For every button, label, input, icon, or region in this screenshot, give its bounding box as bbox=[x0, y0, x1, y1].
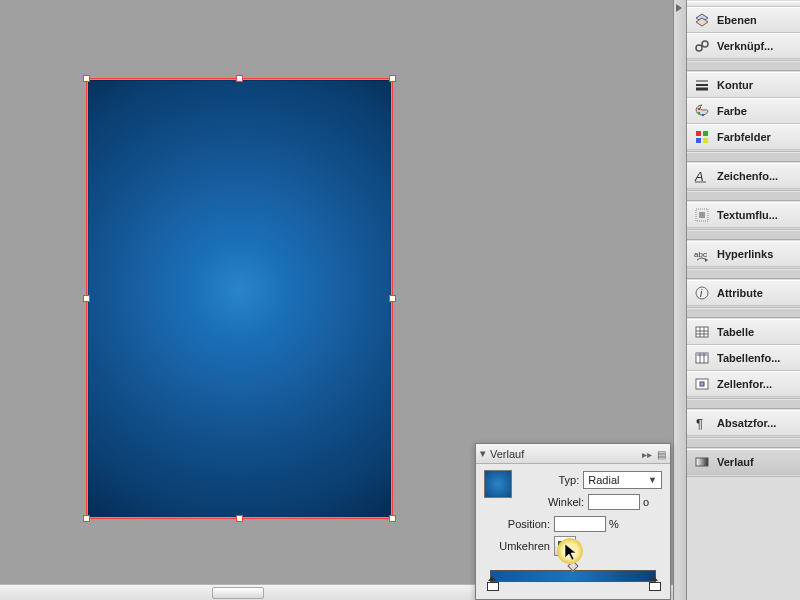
table-icon bbox=[693, 323, 711, 341]
cellfmt-icon bbox=[693, 375, 711, 393]
tablefmt-icon bbox=[693, 349, 711, 367]
panel-item-tabelle[interactable]: Tabelle bbox=[687, 319, 800, 345]
svg-rect-20 bbox=[696, 327, 708, 337]
svg-rect-10 bbox=[703, 131, 708, 136]
position-unit: % bbox=[609, 518, 619, 530]
stroke-icon bbox=[693, 76, 711, 94]
gradient-type-value: Radial bbox=[588, 474, 619, 486]
gradient-midpoint[interactable] bbox=[567, 560, 578, 571]
reverse-label: Umkehren bbox=[484, 540, 554, 552]
svg-rect-9 bbox=[696, 131, 701, 136]
gradient-panel-title: Verlauf bbox=[490, 448, 524, 460]
panel-item-label: Farbfelder bbox=[717, 131, 796, 143]
svg-rect-11 bbox=[696, 138, 701, 143]
panel-item-tabellenfo[interactable]: Tabellenfo... bbox=[687, 345, 800, 371]
char-icon: A bbox=[693, 167, 711, 185]
gradient-panel: ▾ Verlauf ▸▸ ▤ Typ: Radial ▼ Winkel: o P… bbox=[475, 443, 671, 600]
panel-item-label: Tabelle bbox=[717, 326, 796, 338]
svg-line-2 bbox=[701, 45, 703, 46]
links-icon bbox=[693, 37, 711, 55]
panel-item-zeichenfo[interactable]: AZeichenfo... bbox=[687, 163, 800, 189]
para-icon: ¶ bbox=[693, 414, 711, 432]
angle-label: Winkel: bbox=[518, 496, 588, 508]
panel-item-label: Hyperlinks bbox=[717, 248, 796, 260]
panel-item-zellenfor[interactable]: Zellenfor... bbox=[687, 371, 800, 397]
artboard-selected-rectangle[interactable] bbox=[88, 80, 391, 517]
dock-collapse-toggle[interactable] bbox=[673, 0, 687, 600]
panel-item-kontur[interactable]: Kontur bbox=[687, 72, 800, 98]
gradient-icon bbox=[693, 453, 711, 471]
svg-rect-16 bbox=[699, 212, 705, 218]
angle-input[interactable] bbox=[588, 494, 640, 510]
svg-rect-30 bbox=[700, 382, 704, 386]
position-label: Position: bbox=[484, 518, 554, 530]
swatches-icon bbox=[693, 128, 711, 146]
panel-dock-left-icon[interactable]: ▸▸ bbox=[642, 449, 652, 460]
panel-item-label: Textumflu... bbox=[717, 209, 796, 221]
panel-item-label: Tabellenfo... bbox=[717, 352, 796, 364]
gradient-ramp[interactable] bbox=[490, 570, 656, 582]
svg-point-7 bbox=[698, 112, 701, 115]
panel-dock: EbenenVerknüpf...KonturFarbeFarbfelderAZ… bbox=[686, 0, 800, 600]
panel-item-textumflu[interactable]: Textumflu... bbox=[687, 202, 800, 228]
svg-rect-26 bbox=[696, 353, 708, 356]
gradient-preview-swatch[interactable] bbox=[484, 470, 512, 498]
svg-rect-12 bbox=[703, 138, 708, 143]
angle-unit: o bbox=[643, 496, 649, 508]
position-input[interactable] bbox=[554, 516, 606, 532]
chevron-down-icon: ▼ bbox=[648, 475, 657, 485]
panel-item-verknuepf[interactable]: Verknüpf... bbox=[687, 33, 800, 59]
panel-item-label: Farbe bbox=[717, 105, 796, 117]
svg-rect-32 bbox=[696, 458, 708, 466]
panel-item-label: Attribute bbox=[717, 287, 796, 299]
panel-item-label: Verknüpf... bbox=[717, 40, 796, 52]
scrollbar-thumb[interactable] bbox=[212, 587, 264, 599]
panel-item-label: Absatzfor... bbox=[717, 417, 796, 429]
gradient-stop-start[interactable] bbox=[487, 581, 497, 591]
svg-point-6 bbox=[698, 108, 701, 111]
panel-item-farbfelder[interactable]: Farbfelder bbox=[687, 124, 800, 150]
type-label: Typ: bbox=[518, 474, 583, 486]
panel-item-label: Zellenfor... bbox=[717, 378, 796, 390]
gradient-panel-titlebar[interactable]: ▾ Verlauf ▸▸ ▤ bbox=[476, 444, 670, 464]
panel-menu-icon[interactable]: ▤ bbox=[657, 449, 666, 460]
panel-item-label: Ebenen bbox=[717, 14, 796, 26]
panel-item-ebenen[interactable]: Ebenen bbox=[687, 7, 800, 33]
color-icon bbox=[693, 102, 711, 120]
panel-item-label: Verlauf bbox=[717, 456, 796, 468]
collapse-icon[interactable]: ▾ bbox=[480, 447, 486, 460]
layers-icon bbox=[693, 11, 711, 29]
gradient-stop-end[interactable] bbox=[649, 581, 659, 591]
panel-item-hyperlinks[interactable]: abcHyperlinks bbox=[687, 241, 800, 267]
panel-item-absatzfor[interactable]: ¶Absatzfor... bbox=[687, 410, 800, 436]
panel-item-farbe[interactable]: Farbe bbox=[687, 98, 800, 124]
panel-item-label: Zeichenfo... bbox=[717, 170, 796, 182]
panel-item-attribute[interactable]: iAttribute bbox=[687, 280, 800, 306]
hyperlink-icon: abc bbox=[693, 245, 711, 263]
gradient-type-select[interactable]: Radial ▼ bbox=[583, 471, 662, 489]
panel-item-label: Kontur bbox=[717, 79, 796, 91]
reverse-gradient-button[interactable] bbox=[554, 536, 576, 556]
svg-point-8 bbox=[702, 114, 705, 117]
wrap-icon bbox=[693, 206, 711, 224]
svg-text:¶: ¶ bbox=[696, 416, 703, 431]
panel-item-verlauf[interactable]: Verlauf bbox=[687, 449, 800, 475]
info-icon: i bbox=[693, 284, 711, 302]
svg-point-1 bbox=[702, 41, 708, 47]
